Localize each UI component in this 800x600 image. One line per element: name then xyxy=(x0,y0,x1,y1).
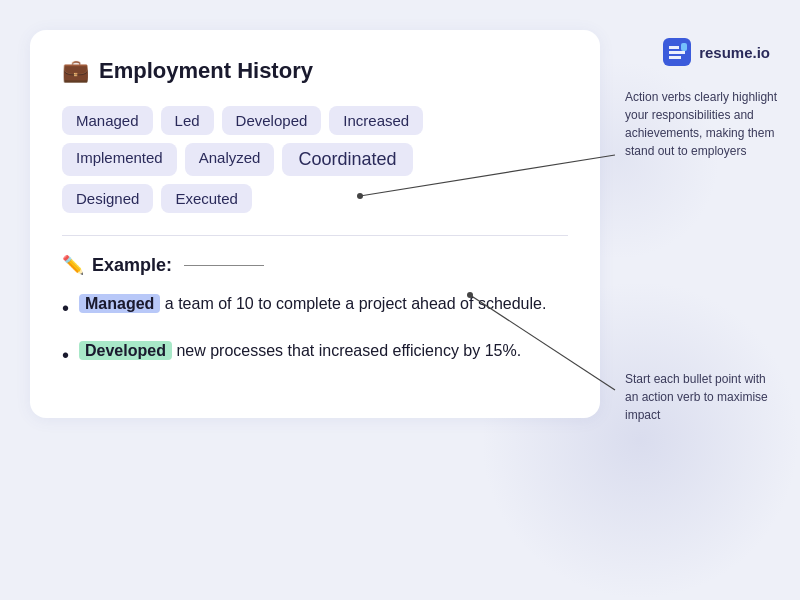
tag-managed: Managed xyxy=(62,106,153,135)
logo-icon xyxy=(663,38,691,66)
logo-area: resume.io xyxy=(663,38,770,66)
pencil-icon: ✏️ xyxy=(62,254,84,276)
tags-row-1: Managed Led Developed Increased xyxy=(62,106,568,135)
bullet-item-2: • Developed new processes that increased… xyxy=(62,339,568,370)
tags-row-2: Implemented Analyzed Coordinated xyxy=(62,143,568,176)
briefcase-icon: 💼 xyxy=(62,58,89,84)
bullet-item-1: • Managed a team of 10 to complete a pro… xyxy=(62,292,568,323)
annotation-bottom: Start each bullet point with an action v… xyxy=(625,370,780,424)
highlight-developed: Developed xyxy=(79,341,172,360)
highlight-managed: Managed xyxy=(79,294,160,313)
tag-coordinated: Coordinated xyxy=(282,143,412,176)
annotation-bottom-text: Start each bullet point with an action v… xyxy=(625,372,768,422)
card-title: 💼 Employment History xyxy=(62,58,568,84)
example-text: Example: xyxy=(92,255,172,276)
svg-rect-1 xyxy=(681,43,687,51)
tags-row-3: Designed Executed xyxy=(62,184,568,213)
bullet-dot-2: • xyxy=(62,340,69,370)
tag-designed: Designed xyxy=(62,184,153,213)
bullet-text-2: Developed new processes that increased e… xyxy=(79,339,521,363)
example-label: ✏️ Example: xyxy=(62,254,568,276)
annotation-top-text: Action verbs clearly highlight your resp… xyxy=(625,90,777,158)
bullet-text-1: Managed a team of 10 to complete a proje… xyxy=(79,292,546,316)
bullet-dot-1: • xyxy=(62,293,69,323)
tag-implemented: Implemented xyxy=(62,143,177,176)
tag-increased: Increased xyxy=(329,106,423,135)
main-card: 💼 Employment History Managed Led Develop… xyxy=(30,30,600,418)
tag-led: Led xyxy=(161,106,214,135)
example-line xyxy=(184,265,264,266)
tag-developed: Developed xyxy=(222,106,322,135)
annotation-top: Action verbs clearly highlight your resp… xyxy=(625,88,780,160)
tags-section: Managed Led Developed Increased Implemen… xyxy=(62,106,568,213)
logo-text: resume.io xyxy=(699,44,770,61)
divider xyxy=(62,235,568,236)
card-title-text: Employment History xyxy=(99,58,313,84)
tag-executed: Executed xyxy=(161,184,252,213)
tag-analyzed: Analyzed xyxy=(185,143,275,176)
